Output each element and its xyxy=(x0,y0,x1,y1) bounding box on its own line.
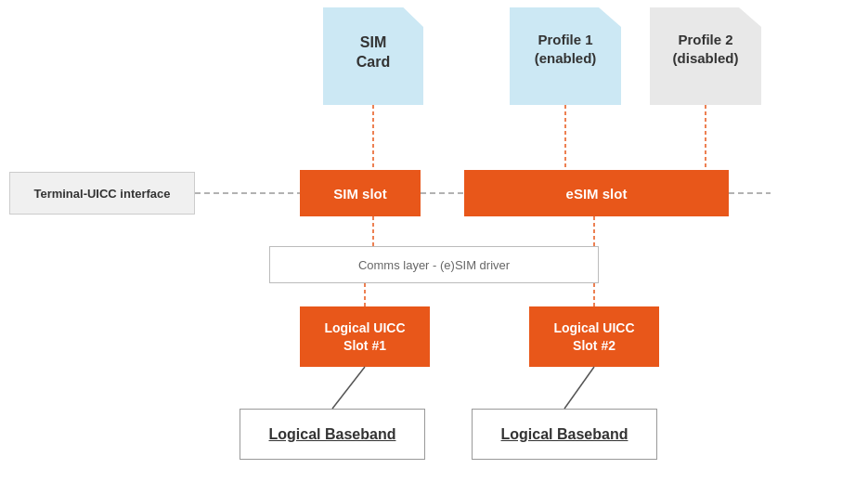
logical-baseband1-box: Logical Baseband xyxy=(240,409,425,460)
terminal-uicc-box: Terminal-UICC interface xyxy=(9,172,195,215)
logical-uicc-slot2-box: Logical UICC Slot #2 xyxy=(529,306,659,367)
comms-layer-box: Comms layer - (e)SIM driver xyxy=(269,246,599,283)
logical-uicc-slot2-label: Logical UICC Slot #2 xyxy=(553,319,634,353)
profile2-box: Profile 2 (disabled) xyxy=(650,7,761,105)
profile1-box: Profile 1 (enabled) xyxy=(510,7,621,105)
logical-baseband2-box: Logical Baseband xyxy=(472,409,657,460)
svg-line-11 xyxy=(564,367,594,409)
sim-slot-box: SIM slot xyxy=(300,170,421,216)
profile2-label: Profile 2 (disabled) xyxy=(650,31,761,67)
logical-baseband1-label: Logical Baseband xyxy=(269,426,396,443)
logical-baseband2-label: Logical Baseband xyxy=(501,426,628,443)
sim-card-box: SIM Card xyxy=(323,7,423,105)
architecture-diagram: SIM Card Profile 1 (enabled) Profile 2 (… xyxy=(0,0,868,482)
esim-slot-label: eSIM slot xyxy=(566,186,628,202)
svg-line-10 xyxy=(332,367,365,409)
sim-slot-label: SIM slot xyxy=(333,186,387,202)
sim-card-label: SIM Card xyxy=(323,33,423,72)
profile1-label: Profile 1 (enabled) xyxy=(510,31,621,67)
comms-layer-label: Comms layer - (e)SIM driver xyxy=(358,258,510,272)
esim-slot-box: eSIM slot xyxy=(464,170,729,216)
logical-uicc-slot1-label: Logical UICC Slot #1 xyxy=(324,319,405,353)
logical-uicc-slot1-box: Logical UICC Slot #1 xyxy=(300,306,430,367)
terminal-uicc-label: Terminal-UICC interface xyxy=(33,187,170,201)
